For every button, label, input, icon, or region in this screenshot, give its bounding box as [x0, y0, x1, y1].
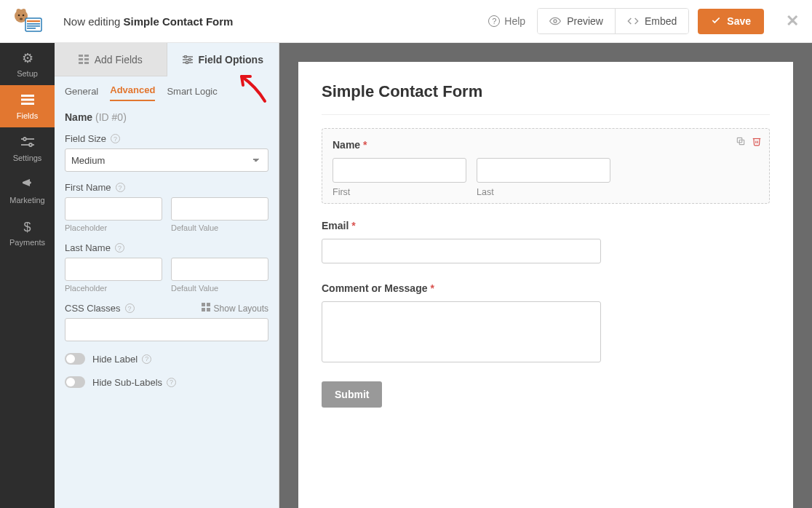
svg-point-4	[22, 15, 24, 17]
show-layouts-link[interactable]: Show Layouts	[202, 303, 268, 314]
svg-point-1	[16, 9, 20, 13]
help-icon[interactable]: ?	[167, 378, 176, 387]
first-name-preview-input[interactable]	[333, 158, 466, 183]
field-header-name: Name	[65, 111, 92, 123]
nav-fields[interactable]: Fields	[0, 85, 55, 127]
svg-rect-14	[21, 103, 34, 105]
embed-button[interactable]: Embed	[615, 9, 688, 33]
first-sublabel: First	[333, 187, 466, 197]
name-field-wrap[interactable]: Name * First Last	[322, 128, 770, 204]
comment-field[interactable]: Comment or Message *	[322, 282, 770, 362]
subtab-advanced[interactable]: Advanced	[110, 84, 155, 101]
svg-rect-7	[27, 20, 40, 22]
help-icon: ?	[488, 15, 500, 27]
email-preview-input[interactable]	[322, 239, 601, 263]
field-header-id: (ID #0)	[92, 111, 127, 123]
panel-tabs: Add Fields Field Options	[55, 43, 279, 76]
tab-field-options-label: Field Options	[199, 54, 263, 66]
subtab-smartlogic[interactable]: Smart Logic	[167, 86, 217, 101]
css-classes-input[interactable]	[65, 318, 268, 341]
sublabel-default: Default Value	[171, 284, 268, 293]
comment-preview-textarea[interactable]	[322, 301, 601, 362]
svg-rect-13	[21, 98, 34, 100]
first-name-default-input[interactable]	[171, 197, 268, 221]
dollar-icon: $	[23, 220, 31, 235]
eye-icon	[549, 15, 561, 27]
svg-rect-34	[207, 308, 210, 311]
nav-marketing[interactable]: Marketing	[0, 170, 55, 212]
hide-sublabels-text: Hide Sub-Labels	[92, 377, 162, 388]
now-editing-prefix: Now editing	[63, 15, 124, 28]
svg-rect-6	[25, 18, 41, 31]
check-icon	[711, 15, 721, 28]
sublabel-default: Default Value	[171, 223, 268, 232]
save-button[interactable]: Save	[698, 9, 764, 34]
label-first-name-text: First Name	[65, 182, 111, 193]
nav-settings[interactable]: Settings	[0, 127, 55, 170]
last-name-preview-input[interactable]	[477, 158, 610, 183]
preview-button[interactable]: Preview	[538, 9, 615, 33]
email-field[interactable]: Email *	[322, 220, 770, 263]
name-field-label: Name *	[333, 139, 759, 151]
delete-icon[interactable]	[752, 136, 762, 149]
last-name-pair: Placeholder Default Value	[65, 258, 268, 293]
help-icon[interactable]: ?	[125, 303, 135, 313]
label-css-classes-text: CSS Classes	[65, 303, 121, 314]
required-asterisk: *	[430, 282, 434, 294]
field-panel: Add Fields Field Options General Advance…	[55, 43, 279, 508]
svg-point-2	[21, 9, 25, 13]
bullhorn-icon	[21, 178, 34, 193]
svg-rect-21	[79, 58, 83, 60]
subtab-general[interactable]: General	[65, 86, 98, 101]
svg-rect-8	[27, 23, 40, 25]
help-icon[interactable]: ?	[115, 243, 124, 253]
label-last-name-text: Last Name	[65, 242, 111, 253]
form-title: Simple Contact Form	[322, 82, 770, 115]
email-field-label: Email *	[322, 220, 770, 231]
form-name: Simple Contact Form	[124, 15, 234, 28]
first-name-placeholder-input[interactable]	[65, 197, 162, 221]
help-icon[interactable]: ?	[111, 134, 120, 143]
layouts-icon	[202, 303, 210, 314]
svg-rect-23	[79, 62, 83, 64]
gear-icon: ⚙	[22, 50, 33, 66]
nav-fields-label: Fields	[17, 111, 38, 120]
sublabel-placeholder: Placeholder	[65, 223, 162, 232]
header-button-group: Preview Embed	[537, 8, 689, 34]
left-nav: ⚙ Setup Fields Settings Marketing $ Paym…	[0, 43, 55, 508]
sliders-icon	[183, 55, 193, 64]
panel-body: Name (ID #0) Field Size ? Medium First N…	[55, 101, 279, 398]
field-size-select[interactable]: Medium	[65, 148, 268, 172]
tab-field-options[interactable]: Field Options	[167, 43, 279, 76]
last-name-placeholder-input[interactable]	[65, 258, 162, 281]
field-actions	[736, 136, 762, 149]
label-field-size: Field Size ?	[65, 133, 268, 144]
svg-rect-19	[79, 55, 83, 57]
last-name-default-input[interactable]	[171, 258, 268, 281]
field-header: Name (ID #0)	[65, 111, 268, 123]
help-link[interactable]: ? Help	[488, 15, 525, 27]
svg-rect-22	[84, 58, 89, 60]
grid-icon	[79, 55, 89, 65]
preview-canvas: Simple Contact Form Name * First Last	[279, 43, 812, 508]
nav-setup[interactable]: ⚙ Setup	[0, 43, 55, 85]
help-icon[interactable]: ?	[142, 354, 151, 364]
nav-payments[interactable]: $ Payments	[0, 212, 55, 254]
duplicate-icon[interactable]	[736, 136, 746, 149]
app-logo	[0, 8, 55, 34]
help-icon[interactable]: ?	[116, 183, 125, 192]
tab-add-fields[interactable]: Add Fields	[55, 43, 167, 76]
submit-button[interactable]: Submit	[322, 381, 382, 408]
tab-add-fields-label: Add Fields	[95, 54, 143, 66]
sub-tabs: General Advanced Smart Logic	[55, 76, 279, 101]
embed-label: Embed	[645, 15, 677, 27]
svg-point-5	[19, 18, 22, 20]
hide-sublabels-toggle[interactable]	[65, 376, 85, 388]
form-preview-card: Simple Contact Form Name * First Last	[298, 62, 793, 508]
sliders-icon	[21, 135, 34, 151]
close-button[interactable]: ✕	[786, 12, 799, 31]
hide-label-toggle[interactable]	[65, 353, 85, 365]
svg-point-18	[29, 143, 32, 146]
svg-rect-31	[202, 303, 205, 306]
hide-sublabels-row: Hide Sub-Labels ?	[65, 376, 268, 388]
